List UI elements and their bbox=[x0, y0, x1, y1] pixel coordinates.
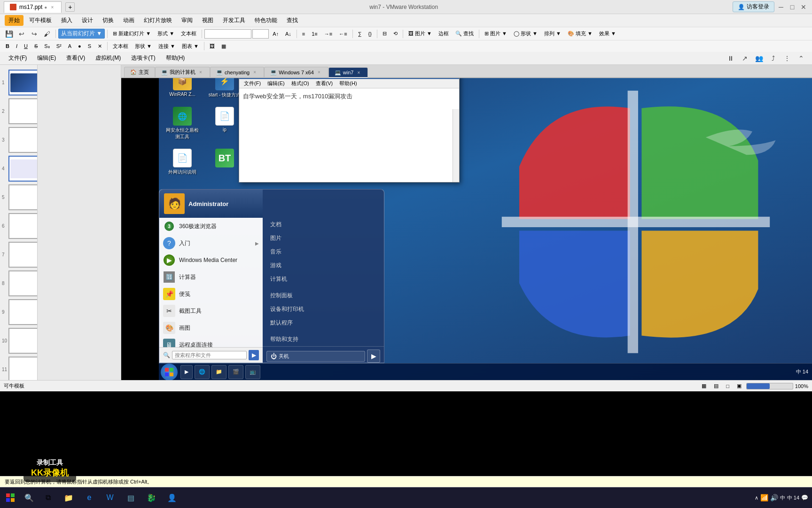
user-badge[interactable]: 👤 访客登录 bbox=[733, 1, 774, 12]
vm-tab-chenyating-close[interactable]: × bbox=[251, 69, 258, 76]
win10-user-button[interactable]: 👤 bbox=[162, 487, 182, 508]
minimize-button[interactable]: ─ bbox=[776, 2, 786, 12]
win7-taskbar-browser[interactable]: 🌐 bbox=[195, 365, 210, 379]
bold-btn[interactable]: B bbox=[3, 42, 12, 50]
table-btn[interactable]: ⊞ 图片 ▼ bbox=[482, 29, 510, 38]
notepad-content[interactable]: 自学web安全第一天，ms17010漏洞攻击 bbox=[239, 88, 459, 182]
menu-find[interactable]: 查找 bbox=[283, 15, 302, 26]
view-outline-btn[interactable]: ▤ bbox=[711, 382, 721, 390]
notepad-scrollbar[interactable] bbox=[453, 109, 459, 182]
zoom-slider[interactable] bbox=[746, 383, 793, 389]
menu-design[interactable]: 设计 bbox=[78, 15, 97, 26]
slide-thumb-1[interactable]: 1 bbox=[8, 70, 38, 95]
diagram-btn[interactable]: 图表 ▼ bbox=[179, 42, 202, 51]
font-name-dropdown[interactable] bbox=[204, 29, 251, 39]
fontcolor-btn[interactable]: A bbox=[65, 42, 74, 50]
new-tab-button[interactable]: + bbox=[65, 2, 75, 12]
desktop-icon-doc[interactable]: 📄 外网访问说明 bbox=[164, 147, 201, 177]
win7-taskbar-screen[interactable]: 📺 bbox=[245, 365, 260, 379]
formula-btn[interactable]: ∑ bbox=[355, 30, 365, 38]
slide-thumb-2[interactable]: 2 bbox=[8, 98, 38, 124]
vm-tab-mycomputer-close[interactable]: × bbox=[197, 69, 204, 76]
slide-from-current-btn[interactable]: 从当前幻灯片 ▼ bbox=[58, 29, 105, 39]
win10-browser-button[interactable]: e bbox=[79, 487, 100, 508]
fill-btn[interactable]: 🎨 填充 ▼ bbox=[565, 29, 595, 38]
vm-menu-file[interactable]: 文件(F) bbox=[5, 53, 31, 64]
shape-btn[interactable]: ◯ 形状 ▼ bbox=[511, 29, 540, 38]
notepad-menu-format[interactable]: 格式(O) bbox=[289, 79, 312, 87]
slide-icon-btn[interactable]: 🖼 bbox=[207, 42, 218, 50]
vm-display[interactable]: 📦 WinRAR Z... ⚡ start - 快捷方式 🛡 TPScan-n.… bbox=[159, 65, 812, 380]
equation-btn[interactable]: {} bbox=[365, 30, 374, 38]
vm-tab-home[interactable]: 🏠 主页 bbox=[124, 67, 155, 77]
slide-thumb-8[interactable]: 8 bbox=[8, 270, 38, 296]
slide-thumb-9[interactable]: 9 bbox=[8, 299, 38, 325]
undo-icon[interactable]: ↩ bbox=[16, 28, 28, 40]
start-item-360[interactable]: 3 360极速浏览器 bbox=[159, 218, 263, 235]
italic-btn[interactable]: I bbox=[13, 42, 20, 50]
subscript-btn[interactable]: S₂ bbox=[41, 42, 52, 50]
vm-menu-edit[interactable]: 编辑(E) bbox=[33, 53, 60, 64]
start-search-input[interactable] bbox=[172, 351, 247, 359]
border-btn[interactable]: 边框 bbox=[436, 29, 452, 38]
vm-menu-vm[interactable]: 虚拟机(M) bbox=[92, 53, 125, 64]
start-item-calc[interactable]: 🔢 计算器 bbox=[159, 269, 263, 286]
menu-transition[interactable]: 切换 bbox=[99, 15, 117, 26]
notepad-menu-edit[interactable]: 编辑(E) bbox=[265, 79, 288, 87]
win10-word-button[interactable]: W bbox=[100, 487, 120, 508]
menu-start[interactable]: 开始 bbox=[5, 15, 23, 26]
win7-taskbar-video[interactable]: 🎬 bbox=[228, 365, 243, 379]
win10-taskview-button[interactable]: ⧉ bbox=[38, 487, 58, 508]
vm-tab-win7[interactable]: 💻 win7 × bbox=[328, 67, 368, 78]
menu-review[interactable]: 审阅 bbox=[178, 15, 196, 26]
slide-thumb-11[interactable]: 11 bbox=[8, 357, 38, 380]
start-right-games[interactable]: 游戏 bbox=[263, 259, 384, 272]
start-right-help[interactable]: 帮助和支持 bbox=[263, 333, 384, 346]
arrange-btn[interactable]: 排列 ▼ bbox=[541, 29, 564, 38]
win10-search-button[interactable]: 🔍 bbox=[21, 487, 38, 508]
start-search-button[interactable]: ▶ bbox=[249, 350, 259, 360]
start-item-paint[interactable]: 🎨 画图 bbox=[159, 319, 263, 336]
slide-thumb-5[interactable]: 5 bbox=[8, 184, 38, 210]
connector-btn[interactable]: 连接 ▼ bbox=[156, 42, 178, 51]
power-arrow-btn[interactable]: ▶ bbox=[367, 349, 380, 363]
menu-slideshow[interactable]: 幻灯片放映 bbox=[140, 15, 176, 26]
win10-tool3-button[interactable]: 🐉 bbox=[141, 487, 162, 508]
menu-feature[interactable]: 特色功能 bbox=[251, 15, 281, 26]
start-right-controlpanel[interactable]: 控制面板 bbox=[263, 289, 384, 302]
win10-files-button[interactable]: 📁 bbox=[58, 487, 79, 508]
menu-template[interactable]: 可牛模板 bbox=[25, 15, 55, 26]
view-normal-btn[interactable]: ▦ bbox=[699, 382, 709, 390]
redo-icon[interactable]: ↪ bbox=[28, 28, 40, 40]
save-icon[interactable]: 💾 bbox=[3, 28, 15, 40]
tray-network[interactable]: 📶 bbox=[760, 494, 768, 501]
hilight-btn[interactable]: ● bbox=[75, 42, 84, 50]
vm-tab-win7-close[interactable]: × bbox=[355, 69, 362, 76]
textbox-btn[interactable]: 文本框 bbox=[178, 29, 199, 38]
notepad-menu-help[interactable]: 帮助(H) bbox=[336, 79, 359, 87]
start-right-devices[interactable]: 设备和打印机 bbox=[263, 302, 384, 316]
vm-tab-chenyating[interactable]: 💻 chenyating × bbox=[210, 67, 264, 77]
text-format-btn[interactable]: 文本框 bbox=[110, 42, 131, 51]
notepad-window[interactable]: 📝 小疙面板初始信息 - 记事本 ─ □ ✕ 文件(F) 编辑(E) 格式(O)… bbox=[239, 67, 460, 183]
vm-tab-win7x64-close[interactable]: × bbox=[316, 69, 322, 76]
rotate-btn[interactable]: ⟲ bbox=[390, 30, 400, 38]
layout2-btn[interactable]: ▦ bbox=[219, 42, 229, 50]
desktop-icon-360shield[interactable]: 🌐 网安永恒之盾检测工具 bbox=[164, 105, 201, 142]
start-right-computer[interactable]: 计算机 bbox=[263, 272, 384, 286]
menu-insert[interactable]: 插入 bbox=[57, 15, 76, 26]
start-right-docs[interactable]: 文档 bbox=[263, 218, 384, 231]
collapse-btn[interactable]: ⌃ bbox=[795, 52, 807, 64]
menu-develop[interactable]: 开发工具 bbox=[219, 15, 249, 26]
shadow-btn[interactable]: S bbox=[85, 42, 94, 50]
start-item-intro[interactable]: ? 入门 ▶ bbox=[159, 235, 263, 252]
slide-thumb-7[interactable]: 7 bbox=[8, 242, 38, 268]
vm-tab-mycomputer[interactable]: 💻 我的计算机 × bbox=[155, 67, 210, 77]
view-hanout-btn[interactable]: ▣ bbox=[734, 382, 744, 390]
number-list-btn[interactable]: 1≡ bbox=[309, 30, 320, 38]
slide-thumb-6[interactable]: 6 bbox=[8, 213, 38, 239]
underline-btn[interactable]: U bbox=[21, 42, 31, 50]
slide-thumb-4[interactable]: 4 bbox=[8, 156, 38, 182]
align-btn[interactable]: ⊟ bbox=[380, 30, 390, 38]
tray-expand[interactable]: ∧ bbox=[755, 495, 758, 501]
